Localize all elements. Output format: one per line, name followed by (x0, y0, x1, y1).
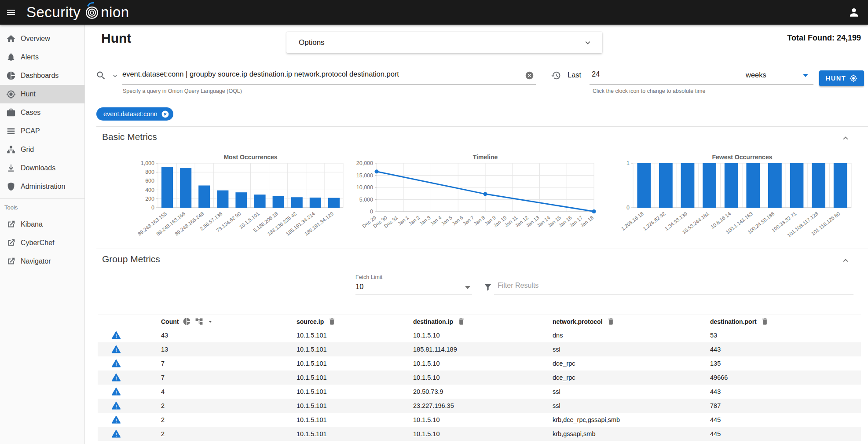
sidebar-item-hunt[interactable]: Hunt (0, 85, 84, 103)
table-row[interactable]: 210.1.5.10110.1.5.10krb,dce_rpc,gssapi,s… (98, 413, 861, 427)
clear-query-icon[interactable] (525, 71, 534, 80)
history-clock-icon[interactable] (551, 70, 561, 81)
bar (161, 167, 173, 208)
group-by-icon[interactable] (195, 317, 203, 326)
tools-subheader: Tools (0, 202, 84, 215)
delete-column-icon[interactable] (607, 317, 615, 326)
group-metrics-table: Countsource.ipdestination.ipnetwork.prot… (98, 315, 861, 441)
delete-column-icon[interactable] (457, 317, 465, 326)
fetch-limit-select[interactable]: 10 (355, 283, 363, 291)
sidebar: OverviewAlertsDashboardsHuntCasesPCAPGri… (0, 25, 85, 444)
cell-destination_ip: 10.1.5.10 (413, 430, 553, 437)
table-row[interactable]: 1310.1.5.101185.81.114.189ssl443 (98, 342, 861, 356)
table-row[interactable]: 410.1.5.10120.50.73.9ssl443 (98, 385, 861, 399)
data-point (375, 169, 379, 173)
event-warning-icon[interactable] (111, 415, 121, 425)
time-unit-select[interactable]: weeks (746, 71, 766, 79)
svg-text:0: 0 (151, 205, 154, 211)
event-warning-icon[interactable] (111, 429, 121, 439)
event-warning-icon[interactable] (111, 330, 121, 340)
sidebar-item-label: Administration (21, 183, 65, 191)
filter-results-input[interactable] (498, 282, 832, 290)
fewest-occurrences-chart: 011.203.16.181.226.62.921.34.93.13910.53… (586, 152, 868, 253)
chevron-down-icon[interactable] (583, 38, 593, 48)
cell-count: 2 (161, 430, 297, 437)
query-expand-icon[interactable] (111, 72, 119, 80)
section-divider (96, 249, 868, 249)
menu-icon[interactable] (1, 2, 21, 22)
user-account-icon[interactable] (843, 2, 864, 23)
sidebar-item-administration[interactable]: Administration (0, 177, 84, 196)
pie-chart-icon[interactable] (183, 317, 191, 326)
sidebar-tool-navigator[interactable]: Navigator (0, 252, 84, 271)
remove-filter-icon[interactable] (161, 110, 169, 118)
event-warning-icon[interactable] (111, 373, 121, 382)
svg-text:10.8.16.14: 10.8.16.14 (710, 211, 732, 230)
sidebar-item-cases[interactable]: Cases (0, 103, 84, 122)
cell-destination_port: 53 (710, 332, 861, 339)
cell-network_protocol: ssl (553, 346, 710, 353)
cell-destination_ip: 10.1.5.10 (413, 332, 553, 339)
briefcase-icon (6, 108, 16, 117)
cell-source_ip: 10.1.5.101 (297, 416, 413, 423)
svg-text:0: 0 (626, 205, 630, 211)
cell-count: 4 (161, 388, 297, 395)
svg-text:400: 400 (145, 187, 154, 193)
hunt-button[interactable]: HUNT (819, 70, 864, 86)
table-row[interactable]: 710.1.5.10110.1.5.10dce_rpc135 (98, 356, 861, 371)
sidebar-item-pcap[interactable]: PCAP (0, 122, 84, 140)
cell-source_ip: 10.1.5.101 (297, 332, 413, 339)
column-header-source-ip[interactable]: source.ip (297, 317, 413, 326)
sidebar-item-alerts[interactable]: Alerts (0, 48, 84, 66)
query-underline (122, 84, 536, 85)
query-input[interactable] (122, 70, 520, 78)
cell-source_ip: 10.1.5.101 (297, 388, 413, 395)
onion-logo-icon (84, 1, 100, 23)
filter-funnel-icon (483, 283, 493, 292)
column-header-Count[interactable]: Count (161, 317, 297, 326)
column-header-network-protocol[interactable]: network.protocol (553, 317, 710, 326)
crosshair-icon (850, 74, 857, 82)
collapse-basic-metrics-icon[interactable] (841, 133, 850, 143)
event-warning-icon[interactable] (111, 387, 121, 396)
filter-chip[interactable]: event.dataset:conn (96, 107, 173, 121)
table-row[interactable]: 4310.1.5.10110.1.5.10dns53 (98, 328, 861, 342)
cell-network_protocol: dns (553, 332, 710, 339)
event-warning-icon[interactable] (111, 345, 121, 354)
table-row[interactable]: 710.1.5.10110.1.5.10dce_rpc49666 (98, 371, 861, 385)
cell-network_protocol: ssl (553, 402, 710, 409)
bar (812, 163, 825, 208)
app-logo[interactable]: Security nion (26, 1, 129, 23)
sidebar-item-downloads[interactable]: Downloads (0, 159, 84, 177)
sidebar-item-overview[interactable]: Overview (0, 29, 84, 48)
column-header-destination-ip[interactable]: destination.ip (413, 317, 553, 326)
svg-text:Jan 7: Jan 7 (462, 215, 475, 227)
cell-count: 13 (161, 346, 297, 353)
sidebar-item-dashboards[interactable]: Dashboards (0, 66, 84, 85)
column-header-destination-port[interactable]: destination.port (710, 317, 861, 326)
cell-destination_ip: 10.1.5.10 (413, 360, 553, 367)
time-unit-caret-icon[interactable] (803, 74, 808, 77)
duration-input[interactable] (592, 70, 645, 78)
caret-down-icon[interactable] (207, 319, 213, 325)
cell-destination_port: 49666 (710, 374, 861, 381)
table-row[interactable]: 210.1.5.10123.227.196.35ssl787 (98, 399, 861, 413)
search-icon[interactable] (95, 70, 106, 81)
main-content: Hunt Options Total Found: 24,199 Specify… (85, 25, 868, 444)
svg-text:Jan 8: Jan 8 (473, 215, 486, 227)
delete-column-icon[interactable] (761, 317, 769, 326)
table-row[interactable]: 210.1.5.10110.1.5.10krb,gssapi,smb445 (98, 427, 861, 441)
event-warning-icon[interactable] (111, 359, 121, 368)
query-hint: Specify a query in Onion Query Language … (123, 88, 242, 94)
options-expander[interactable]: Options (286, 32, 602, 53)
timeline-chart: 05,00010,00015,00020,000Dec 29Dec 30Dec … (331, 152, 604, 253)
sidebar-tool-cyberchef[interactable]: CyberChef (0, 234, 84, 252)
collapse-group-metrics-icon[interactable] (841, 256, 850, 265)
fetch-limit-caret-icon[interactable] (465, 286, 470, 289)
sidebar-tool-kibana[interactable]: Kibana (0, 215, 84, 234)
event-warning-icon[interactable] (111, 401, 121, 411)
cell-source_ip: 10.1.5.101 (297, 360, 413, 367)
delete-column-icon[interactable] (328, 317, 336, 326)
sidebar-item-grid[interactable]: Grid (0, 140, 84, 159)
bar (746, 163, 760, 208)
